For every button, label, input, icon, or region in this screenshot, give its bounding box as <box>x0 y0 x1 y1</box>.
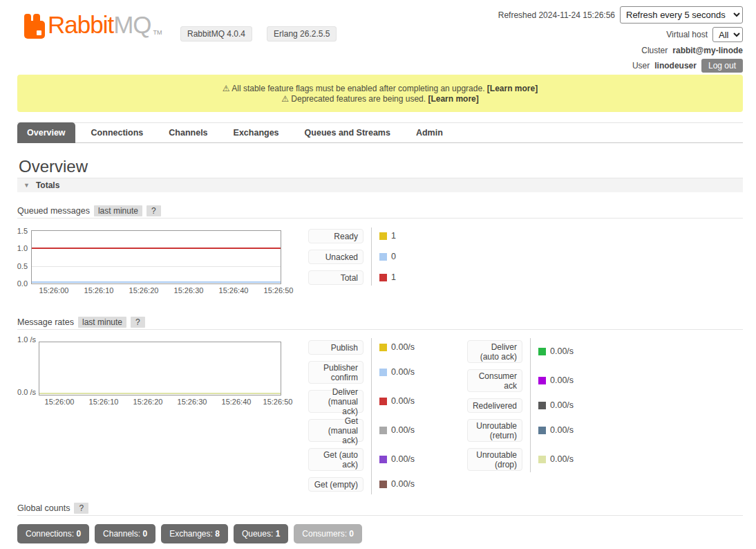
unroutable-drop-swatch <box>538 456 546 463</box>
legend-item-publisher-confirm[interactable]: Publisher confirm <box>308 361 363 384</box>
legend-item-redelivered[interactable]: Redelivered <box>467 398 522 413</box>
legend-item-unacked[interactable]: Unacked <box>308 250 363 264</box>
version-badges: RabbitMQ 4.0.4 Erlang 26.2.5.5 <box>180 26 337 41</box>
deliver-auto-ack-rate: 0.00/s <box>550 347 574 356</box>
global-counts-label: Global counts <box>17 503 70 513</box>
global-counts-buttons: Connections: 0 Channels: 0 Exchanges: 8 … <box>17 524 362 543</box>
queued-messages-range-badge[interactable]: last minute <box>94 205 142 216</box>
rates-flat-line <box>39 393 281 394</box>
virtual-host-select[interactable]: All <box>712 27 743 42</box>
tab-overview[interactable]: Overview <box>17 122 75 143</box>
tab-connections[interactable]: Connections <box>82 122 153 143</box>
logo-wordmark: RabbitMQ <box>48 11 151 39</box>
learn-more-link-2[interactable]: [Learn more] <box>428 94 478 104</box>
x-tick-label: 15:26:40 <box>213 286 254 295</box>
tab-admin[interactable]: Admin <box>406 122 453 143</box>
y-tick-label: 1.0 /s <box>3 335 36 344</box>
legend-item-get-manual-ack[interactable]: Get (manual ack) <box>308 419 363 442</box>
legend-item-deliver-manual-ack[interactable]: Deliver (manual ack) <box>308 390 363 413</box>
deliver-manual-ack-rate: 0.00/s <box>391 397 415 406</box>
warning-line-deprecated: ⚠ Deprecated features are being used. [L… <box>17 94 743 104</box>
legend-divider <box>530 338 531 472</box>
get-manual-ack-rate: 0.00/s <box>391 426 415 435</box>
legend-divider <box>371 227 372 286</box>
queues-count-button[interactable]: Queues: 1 <box>234 524 288 543</box>
publisher-confirm-swatch <box>379 369 387 376</box>
refresh-interval-select[interactable]: Refresh every 5 seconds <box>620 6 743 24</box>
exchanges-count-button[interactable]: Exchanges: 8 <box>161 524 228 543</box>
x-tick-label: 15:26:30 <box>171 398 213 406</box>
tab-channels[interactable]: Channels <box>159 122 217 143</box>
consumer-ack-rate: 0.00/s <box>550 376 574 385</box>
legend-item-ready[interactable]: Ready <box>308 229 363 243</box>
legend-item-unroutable-drop[interactable]: Unroutable (drop) <box>467 448 522 471</box>
logo-tm: TM <box>153 29 162 36</box>
get-auto-ack-rate: 0.00/s <box>391 455 415 464</box>
x-tick-label: 15:26:30 <box>168 286 209 295</box>
x-tick-label: 15:26:50 <box>257 398 299 406</box>
deliver-auto-ack-swatch <box>538 348 546 355</box>
rabbitmq-overview-page: RabbitMQ TM RabbitMQ 4.0.4 Erlang 26.2.5… <box>0 0 756 549</box>
x-tick-label: 15:26:00 <box>33 286 75 295</box>
totals-section-header[interactable]: ▼ Totals <box>17 178 743 192</box>
x-tick-label: 15:26:10 <box>78 286 120 295</box>
y-tick-label: 0.5 <box>3 262 28 270</box>
message-rates-range-badge[interactable]: last minute <box>78 317 126 328</box>
y-tick-label: 1.0 <box>3 244 28 252</box>
cluster-label: Cluster <box>641 46 668 55</box>
y-tick-label: 0.0 <box>3 279 28 288</box>
user-name: linodeuser <box>654 61 697 71</box>
x-tick-label: 15:26:40 <box>216 398 257 406</box>
unacked-swatch <box>379 253 387 261</box>
message-rates-label: Message rates <box>17 317 74 327</box>
message-rates-header: Message rates last minute ? <box>17 315 743 330</box>
message-rates-help-icon[interactable]: ? <box>131 317 145 328</box>
legend-item-get-auto-ack[interactable]: Get (auto ack) <box>308 448 363 471</box>
legend-item-consumer-ack[interactable]: Consumer ack <box>467 369 522 392</box>
legend-item-publish[interactable]: Publish <box>308 340 363 355</box>
totals-label: Totals <box>36 180 59 190</box>
global-counts-help-icon[interactable]: ? <box>74 503 88 514</box>
connections-count-button[interactable]: Connections: 0 <box>17 524 89 543</box>
legend-divider <box>371 338 372 494</box>
collapse-triangle-icon: ▼ <box>23 182 30 189</box>
tab-queues-and-streams[interactable]: Queues and Streams <box>295 122 400 143</box>
x-tick-label: 15:26:10 <box>83 398 124 406</box>
y-tick-label: 1.5 <box>3 227 28 235</box>
logout-button[interactable]: Log out <box>701 59 743 73</box>
consumer-ack-swatch <box>538 377 546 384</box>
redelivered-rate: 0.00/s <box>550 401 574 410</box>
legend-item-get-empty[interactable]: Get (empty) <box>308 477 363 492</box>
total-value: 1 <box>391 273 396 282</box>
warning-banner: ⚠ All stable feature flags must be enabl… <box>17 75 743 112</box>
deliver-manual-ack-swatch <box>379 398 387 405</box>
rabbitmq-version-badge: RabbitMQ 4.0.4 <box>180 26 252 41</box>
publish-rate: 0.00/s <box>391 343 415 352</box>
consumers-count-button[interactable]: Consumers: 0 <box>294 524 362 543</box>
learn-more-link-1[interactable]: [Learn more] <box>487 84 538 93</box>
y-tick-label: 0.0 /s <box>3 388 36 396</box>
main-nav-tabs: Overview Connections Channels Exchanges … <box>17 122 743 143</box>
x-tick-label: 15:26:00 <box>39 398 80 406</box>
page-title: Overview <box>19 157 88 176</box>
unacked-value: 0 <box>391 252 396 261</box>
unroutable-return-rate: 0.00/s <box>550 426 574 435</box>
channels-count-button[interactable]: Channels: 0 <box>95 524 155 543</box>
get-empty-rate: 0.00/s <box>391 480 415 489</box>
tab-exchanges[interactable]: Exchanges <box>224 122 289 143</box>
user-label: User <box>632 61 650 71</box>
refreshed-timestamp: Refreshed 2024-11-24 15:26:56 <box>498 10 615 20</box>
legend-item-unroutable-return[interactable]: Unroutable (return) <box>467 419 522 442</box>
publish-swatch <box>379 344 387 351</box>
queued-messages-help-icon[interactable]: ? <box>147 205 161 216</box>
x-tick-label: 15:26:20 <box>127 398 169 406</box>
rabbitmq-logo[interactable]: RabbitMQ TM <box>24 11 162 43</box>
queued-messages-chart <box>31 230 281 284</box>
legend-item-deliver-auto-ack[interactable]: Deliver (auto ack) <box>467 340 522 363</box>
legend-item-total[interactable]: Total <box>308 270 363 285</box>
queued-messages-label: Queued messages <box>17 206 90 216</box>
get-auto-ack-swatch <box>379 456 387 463</box>
total-line <box>32 248 281 249</box>
unroutable-return-swatch <box>538 427 546 434</box>
cluster-name: rabbit@my-linode <box>672 46 743 55</box>
